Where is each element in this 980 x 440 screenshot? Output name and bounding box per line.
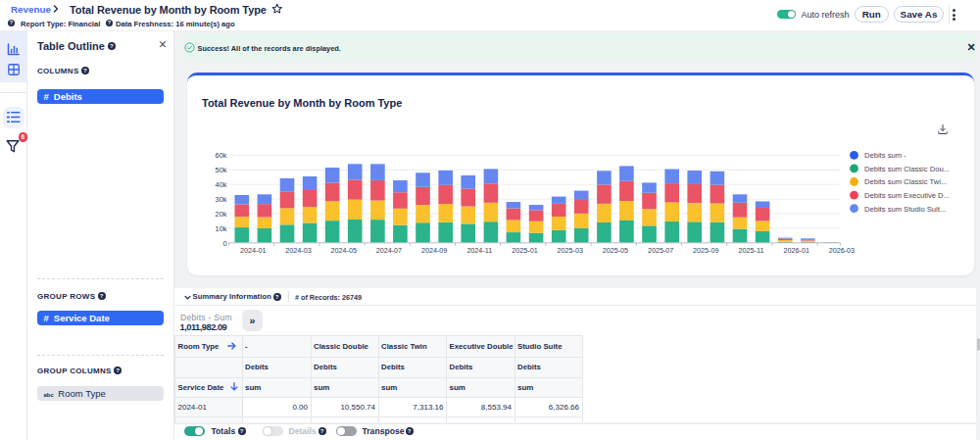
svg-text:0: 0 [222, 239, 226, 248]
svg-text:2024-07: 2024-07 [376, 246, 402, 255]
svg-text:2026-01: 2026-01 [784, 246, 809, 255]
svg-text:2024-05: 2024-05 [331, 246, 357, 255]
svg-text:2024-03: 2024-03 [285, 246, 311, 255]
svg-text:2025-05: 2025-05 [603, 246, 628, 255]
svg-text:60k: 60k [216, 151, 227, 160]
svg-text:20k: 20k [216, 210, 227, 219]
svg-text:30k: 30k [216, 195, 227, 204]
svg-text:2024-09: 2024-09 [421, 246, 447, 255]
svg-text:2024-11: 2024-11 [466, 246, 492, 255]
svg-text:Debits sum Classic Twi...: Debits sum Classic Twi... [864, 177, 947, 186]
svg-text:2025-11: 2025-11 [739, 246, 764, 255]
svg-text:2025-07: 2025-07 [648, 246, 673, 255]
svg-text:40k: 40k [216, 180, 227, 189]
svg-text:2025-09: 2025-09 [693, 246, 718, 255]
svg-text:2025-01: 2025-01 [512, 246, 537, 255]
svg-text:10k: 10k [216, 224, 227, 233]
svg-text:50k: 50k [216, 166, 227, 174]
svg-text:2025-03: 2025-03 [558, 246, 583, 255]
svg-text:Debits sum Studio Suit...: Debits sum Studio Suit... [864, 205, 946, 214]
svg-text:Debits sum Executive D...: Debits sum Executive D... [864, 191, 950, 200]
svg-text:2026-03: 2026-03 [829, 246, 855, 255]
svg-text:Debits sum -: Debits sum - [864, 151, 906, 160]
svg-text:Debits sum Classic Dou...: Debits sum Classic Dou... [864, 165, 950, 173]
svg-text:2024-01: 2024-01 [240, 246, 266, 255]
